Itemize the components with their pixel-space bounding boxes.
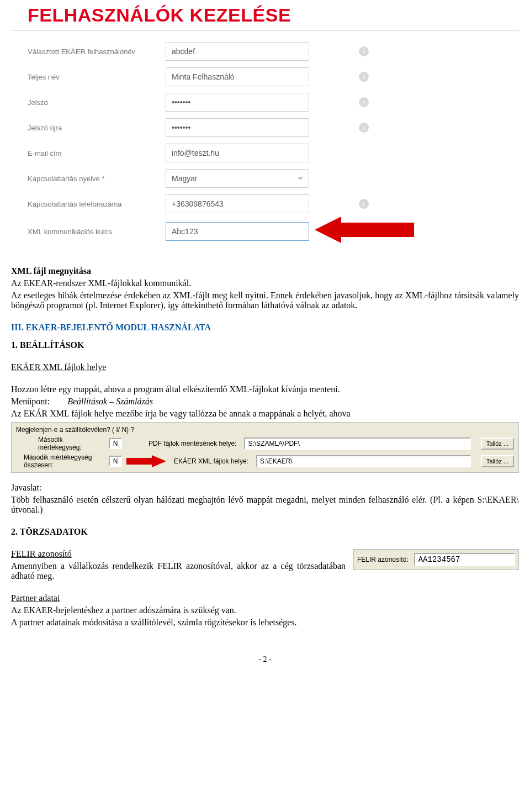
label-username: Választott EKÁER felhasználónév [28, 48, 166, 56]
chevron-down-icon [298, 177, 303, 180]
input-email[interactable]: info@teszt.hu [166, 144, 309, 162]
heading-xml-open: XML fájl megnyitása [11, 266, 519, 276]
info-icon[interactable]: i [359, 46, 369, 56]
label-fullname: Teljes név [28, 73, 166, 81]
dialog-input-unit2[interactable] [109, 438, 122, 449]
subheading-partner: Partner adatai [11, 593, 519, 603]
page-number: - 2 - [11, 655, 519, 664]
paragraph: Az esetleges hibák értelmezése érdekében… [11, 291, 519, 310]
felir-input[interactable]: AA1234567 [414, 553, 515, 566]
form-title: FELHASZNÁLÓK KEZELÉSE [11, 0, 519, 31]
dialog-label-pdfpath: PDF fájlok mentésének helye: [149, 440, 236, 447]
info-icon[interactable]: i [359, 123, 369, 133]
paragraph: Javaslat: [11, 483, 519, 493]
heading-settings: 1. BEÁLLÍTÁSOK [11, 340, 519, 350]
heading-masterdata: 2. TÖRZSADATOK [11, 527, 519, 537]
row-language: Kapcsolattartás nyelve * Magyar [28, 169, 519, 188]
paragraph: Az EKAER-bejelentéshez a partner adószám… [11, 605, 519, 615]
browse-button[interactable]: Tallóz ... [481, 455, 514, 467]
row-fullname: Teljes név Minta Felhasználó i [28, 67, 519, 86]
settings-dialog: Megjelenjen-e a szállítólevélen? ( I/ N)… [11, 422, 519, 473]
paragraph: Az EKÁR XML fájlok helye mezőbe írja be … [11, 409, 519, 419]
dialog-input-pdfpath[interactable]: S:\SZAMLA\PDF\ [244, 437, 470, 450]
label-password: Jelszó [28, 98, 166, 107]
input-username[interactable]: abcdef [166, 42, 309, 61]
row-email: E-mail cím info@teszt.hu [28, 144, 519, 162]
row-xml-key: XML kommunikációs kulcs Abc123 [28, 220, 519, 243]
dialog-label-ekaerpath: EKÁER XML fájlok helye: [174, 457, 248, 465]
info-icon[interactable]: i [359, 72, 369, 82]
dialog-label-unit2: Második mértékegység: [16, 436, 104, 451]
document-body: XML fájl megnyitása Az EKEAR-rendszer XM… [11, 266, 519, 664]
user-form: Választott EKÁER felhasználónév abcdef i… [11, 42, 519, 258]
browse-button[interactable]: Tallóz ... [481, 437, 514, 450]
input-phone[interactable]: +36309876543 [166, 194, 309, 213]
arrow-right-icon [126, 455, 166, 467]
info-icon[interactable]: i [359, 97, 369, 107]
paragraph: Több felhasználó esetén célszerű olyan h… [11, 495, 519, 515]
row-username: Választott EKÁER felhasználónév abcdef i [28, 42, 519, 61]
felir-label: FELIR azonosító: [357, 556, 409, 563]
paragraph: Menüpont: Beállítások – Számlázás [11, 397, 519, 407]
row-password-repeat: Jelszó újra ••••••• i [28, 118, 519, 137]
label-email: E-mail cím [28, 149, 166, 157]
label-xml-key: XML kommunikációs kulcs [28, 228, 166, 236]
paragraph: A partner adatainak módosítása a szállít… [11, 618, 519, 628]
dialog-label-appear: Megjelenjen-e a szállítólevélen? ( I/ N)… [16, 426, 137, 434]
input-fullname[interactable]: Minta Felhasználó [166, 67, 309, 86]
heading-section-3: III. EKAER-BEJELENTŐ MODUL HASZNÁLATA [11, 323, 519, 333]
dialog-input-ekaerpath[interactable]: S:\EKAER\ [256, 455, 471, 467]
dialog-label-unit2sum: Második mértékegység összesen: [16, 454, 104, 469]
input-password[interactable]: ••••••• [166, 93, 309, 112]
input-xml-key[interactable]: Abc123 [166, 222, 309, 241]
arrow-left-icon [315, 217, 414, 243]
row-password: Jelszó ••••••• i [28, 93, 519, 112]
row-phone: Kapcsolattartás telefonszáma +3630987654… [28, 194, 519, 213]
select-language[interactable]: Magyar [166, 169, 309, 188]
info-icon[interactable]: i [359, 199, 369, 209]
label-password-repeat: Jelszó újra [28, 124, 166, 132]
label-phone: Kapcsolattartás telefonszáma [28, 200, 166, 208]
felir-dialog: FELIR azonosító: AA1234567 [353, 549, 519, 570]
input-password-repeat[interactable]: ••••••• [166, 118, 309, 137]
label-language: Kapcsolattartás nyelve * [28, 175, 166, 183]
paragraph: Az EKEAR-rendszer XML-fájlokkal kommunik… [11, 278, 519, 288]
subheading-ekaer-path: EKÁER XML fájlok helye [11, 362, 519, 372]
dialog-input-unit2sum[interactable] [109, 456, 122, 467]
paragraph: Hozzon létre egy mappát, ahova a program… [11, 384, 519, 394]
